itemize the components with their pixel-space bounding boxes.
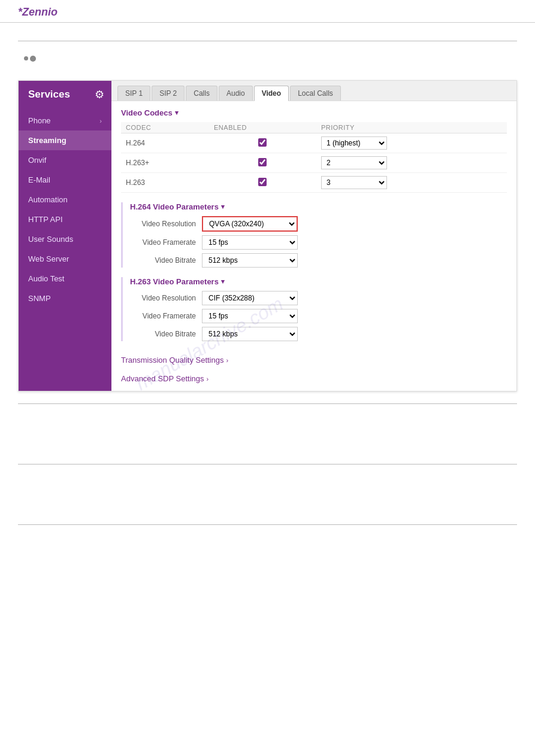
transmission-quality-arrow: › [226, 357, 228, 364]
h263-bitrate-select[interactable]: 512 kbps 256 kbps 1024 kbps [202, 327, 298, 341]
transmission-quality-link[interactable]: Transmission Quality Settings › [121, 351, 507, 369]
codec-enabled-h263plus[interactable] [209, 153, 316, 173]
page-header: *Zennio [0, 0, 535, 23]
sidebar-item-web-server[interactable]: Web Server [19, 249, 111, 269]
advanced-sdp-label: Advanced SDP Settings [121, 374, 204, 383]
sidebar-item-audio-test-label: Audio Test [28, 274, 64, 283]
h263-framerate-label: Video Framerate [130, 312, 202, 320]
h263-resolution-row: Video Resolution CIF (352x288) QVGA (320… [130, 291, 507, 305]
h264-params-toggle[interactable]: ▾ [221, 203, 225, 211]
sidebar-item-automation[interactable]: Automation [19, 190, 111, 210]
spacer-2 [0, 470, 535, 518]
sidebar-item-automation-label: Automation [28, 195, 68, 204]
h263-bitrate-row: Video Bitrate 512 kbps 256 kbps 1024 kbp… [130, 327, 507, 341]
sidebar-item-onvif-label: Onvif [28, 156, 46, 165]
h263-resolution-select[interactable]: CIF (352x288) QVGA (320x240) VGA (640x48… [202, 291, 298, 305]
sidebar-header: Services ⚙ [19, 81, 111, 108]
spacer-1 [0, 410, 535, 458]
phone-chevron: › [99, 117, 102, 125]
dot-small [24, 56, 28, 60]
sidebar-item-streaming[interactable]: Streaming [19, 130, 111, 150]
sidebar-item-phone-label: Phone [28, 116, 51, 125]
main-content: SIP 1 SIP 2 Calls Audio Video Local Call… [111, 81, 516, 391]
settings-panel: Video Codecs ▾ CODEC ENABLED PRIORITY H.… [111, 101, 516, 391]
tab-calls[interactable]: Calls [186, 86, 217, 101]
bottom-rule-1 [18, 403, 517, 404]
tab-bar: SIP 1 SIP 2 Calls Audio Video Local Call… [111, 81, 516, 101]
h263-params-header: H.263 Video Parameters ▾ [130, 277, 507, 286]
h264-priority-select[interactable]: 1 (highest) 2 3 [321, 136, 387, 150]
sidebar-item-web-server-label: Web Server [28, 254, 69, 263]
h264-bitrate-row: Video Bitrate 512 kbps 256 kbps 1024 kbp… [130, 253, 507, 268]
h263-params-title: H.263 Video Parameters [130, 277, 219, 286]
h263plus-priority-select[interactable]: 2 1 (highest) 3 [321, 156, 387, 169]
h263-resolution-label: Video Resolution [130, 294, 202, 302]
sidebar-item-phone[interactable]: Phone › [19, 111, 111, 130]
screenshot-wrapper: manualarchive.com Services ⚙ Phone › Str… [18, 80, 517, 391]
sidebar-item-streaming-label: Streaming [28, 136, 67, 145]
icon-area [0, 41, 535, 68]
h264-framerate-label: Video Framerate [130, 238, 202, 247]
h264-bitrate-select[interactable]: 512 kbps 256 kbps 1024 kbps [202, 253, 298, 268]
h263-bitrate-label: Video Bitrate [130, 330, 202, 338]
h264-resolution-select[interactable]: QVGA (320x240) CIF (352x288) VGA (640x48… [202, 216, 298, 232]
sidebar-item-email-label: E-Mail [28, 175, 50, 184]
codec-name-h263plus: H.263+ [121, 153, 209, 173]
brand-star: * [18, 6, 22, 18]
h264-framerate-select[interactable]: 15 fps 30 fps 5 fps [202, 235, 298, 250]
h264-framerate-row: Video Framerate 15 fps 30 fps 5 fps [130, 235, 507, 250]
codec-enabled-h264[interactable] [209, 133, 316, 153]
bottom-rule-3 [18, 524, 517, 525]
sidebar-item-onvif[interactable]: Onvif [19, 150, 111, 170]
tab-sip2[interactable]: SIP 2 [152, 86, 185, 101]
h264-resolution-label: Video Resolution [130, 220, 202, 228]
video-codecs-header: Video Codecs ▾ [121, 108, 507, 117]
sidebar-item-user-sounds[interactable]: User Sounds [19, 229, 111, 249]
advanced-sdp-arrow: › [207, 375, 209, 382]
h264-checkbox[interactable] [258, 138, 267, 147]
codec-table: CODEC ENABLED PRIORITY H.264 1 (highest [121, 122, 507, 193]
h263-params-toggle[interactable]: ▾ [221, 278, 225, 286]
transmission-quality-label: Transmission Quality Settings [121, 356, 223, 365]
h264-bitrate-label: Video Bitrate [130, 256, 202, 265]
sidebar-item-email[interactable]: E-Mail [19, 170, 111, 190]
bottom-rule-2 [18, 464, 517, 464]
sidebar-title: Services [28, 89, 70, 101]
codec-name-h264: H.264 [121, 133, 209, 153]
codec-row-h263: H.263 3 1 (highest) 2 [121, 173, 507, 193]
codec-priority-h263plus[interactable]: 2 1 (highest) 3 [316, 153, 507, 173]
h264-params-section: H.264 Video Parameters ▾ Video Resolutio… [121, 202, 507, 268]
h263plus-checkbox[interactable] [258, 158, 267, 166]
advanced-sdp-link[interactable]: Advanced SDP Settings › [121, 369, 507, 388]
codec-priority-h264[interactable]: 1 (highest) 2 3 [316, 133, 507, 153]
h263-framerate-row: Video Framerate 15 fps 30 fps 5 fps [130, 309, 507, 323]
sidebar-item-snmp[interactable]: SNMP [19, 289, 111, 308]
sidebar-item-user-sounds-label: User Sounds [28, 235, 73, 244]
tab-sip1[interactable]: SIP 1 [117, 86, 150, 101]
tab-audio[interactable]: Audio [219, 86, 253, 101]
codec-name-h263: H.263 [121, 173, 209, 193]
tab-video[interactable]: Video [254, 86, 289, 101]
sidebar-item-audio-test[interactable]: Audio Test [19, 269, 111, 289]
h263-framerate-select[interactable]: 15 fps 30 fps 5 fps [202, 309, 298, 323]
gear-icon[interactable]: ⚙ [95, 88, 104, 101]
h263-params-section: H.263 Video Parameters ▾ Video Resolutio… [121, 277, 507, 341]
tab-local-calls[interactable]: Local Calls [290, 86, 341, 101]
codec-row-h264: H.264 1 (highest) 2 3 [121, 133, 507, 153]
sidebar-item-http-api[interactable]: HTTP API [19, 210, 111, 229]
h263-checkbox[interactable] [258, 178, 267, 186]
sidebar-item-snmp-label: SNMP [28, 294, 51, 303]
codec-row-h263plus: H.263+ 2 1 (highest) 3 [121, 153, 507, 173]
video-codecs-toggle[interactable]: ▾ [175, 109, 179, 117]
sidebar-nav: Phone › Streaming Onvif E-Mail Automatio… [19, 111, 111, 308]
two-dot-icon [24, 56, 36, 62]
brand-name: Zennio [22, 6, 58, 18]
h264-resolution-row: Video Resolution QVGA (320x240) CIF (352… [130, 216, 507, 232]
col-priority: PRIORITY [316, 122, 507, 133]
codec-enabled-h263[interactable] [209, 173, 316, 193]
sidebar: Services ⚙ Phone › Streaming Onvif E-Mai… [19, 81, 111, 391]
h264-params-header: H.264 Video Parameters ▾ [130, 202, 507, 211]
h263-priority-select[interactable]: 3 1 (highest) 2 [321, 176, 387, 189]
brand-logo: *Zennio [18, 7, 58, 17]
codec-priority-h263[interactable]: 3 1 (highest) 2 [316, 173, 507, 193]
